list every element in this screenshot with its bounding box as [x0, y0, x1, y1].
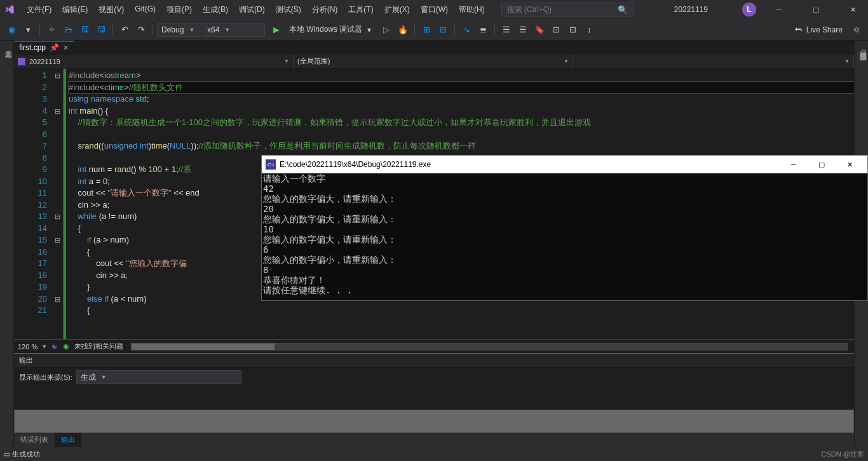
issues-icon[interactable]: ☯ [51, 342, 58, 351]
status-bar: ▭ 生成成功 CSDN @玟客 [0, 447, 868, 461]
console-minimize[interactable]: ─ [780, 156, 808, 173]
step-icon[interactable]: ↘ [459, 22, 474, 37]
menu-分析(N)[interactable]: 分析(N) [307, 1, 343, 18]
tool-icon-1[interactable]: ⊞ [419, 22, 434, 37]
misc-icon-2[interactable]: ⊡ [565, 22, 580, 37]
menu-调试(D)[interactable]: 调试(D) [234, 1, 270, 18]
output-scrollbar[interactable] [14, 410, 854, 434]
misc-icon-3[interactable]: ↕ [581, 22, 597, 37]
tab-error-list[interactable]: 错误列表 [14, 433, 55, 447]
play-no-debug-icon[interactable]: ▷ [379, 22, 394, 37]
bookmark-icon[interactable]: 🔖 [532, 22, 547, 37]
pin-icon[interactable]: 📌 [50, 43, 59, 52]
console-body[interactable]: 请输入一个数字 42 您输入的数字偏大，请重新输入： 20 您输入的数字偏大，请… [262, 173, 867, 300]
zoom-level[interactable]: 120 % [18, 343, 37, 351]
build-status-icon: ▭ [4, 450, 10, 458]
issues-status: 未找到相关问题 [74, 342, 123, 351]
tool-icon-2[interactable]: ⊟ [435, 22, 451, 37]
console-window: C:\ E:\code\20221119\x64\Debug\20221119.… [261, 155, 868, 301]
nav-fwd-icon[interactable]: ▾ [20, 22, 36, 37]
nav-scope-combo[interactable]: (全局范围)▼ [294, 55, 573, 68]
output-source-label: 显示输出来源(S): [19, 373, 72, 382]
fold-gutter[interactable]: ⊟ ⊟ ⊟ ⊟ ⊟ [52, 69, 64, 339]
console-title: E:\code\20221119\x64\Debug\20221119.exe [280, 160, 431, 169]
ok-icon: ◉ [63, 342, 69, 351]
config-combo[interactable]: Debug▼ [157, 23, 201, 37]
tab-label: first.cpp [19, 43, 46, 52]
close-button[interactable]: ✕ [839, 0, 867, 19]
menu-工具(T)[interactable]: 工具(T) [343, 1, 378, 18]
main-toolbar: ◉ ▾ ✧ 🗁 🖫 🖫 ↶ ↷ Debug▼ x64▼ ▶ 本地 Windows… [0, 19, 868, 41]
menu-测试(S)[interactable]: 测试(S) [271, 1, 306, 18]
console-titlebar[interactable]: C:\ E:\code\20221119\x64\Debug\20221119.… [262, 156, 867, 173]
line-number-gutter: 123456789101112131415161718192021 [14, 69, 52, 339]
search-icon: 🔍 [618, 5, 628, 15]
save-all-icon[interactable]: 🖫 [93, 22, 109, 37]
live-share-button[interactable]: ⮪Live Share [790, 23, 848, 37]
menu-窗口(W)[interactable]: 窗口(W) [416, 1, 453, 18]
close-tab-icon[interactable]: ✕ [63, 44, 69, 52]
bottom-tabs: 错误列表 输出 [14, 433, 854, 447]
comment-icon[interactable]: ☰ [499, 22, 514, 37]
minimize-button[interactable]: ─ [765, 0, 793, 19]
nav-back-icon[interactable]: ◉ [4, 22, 19, 37]
nav-bar: 20221119▼ (全局范围)▼ ▼ [14, 55, 854, 69]
save-icon[interactable]: 🖫 [77, 22, 92, 37]
editor-tabs: first.cpp 📌 ✕ [14, 41, 854, 55]
editor-status-strip: 120 % ▾ ☯ ◉ 未找到相关问题 [14, 339, 854, 353]
menu-帮助(H)[interactable]: 帮助(H) [454, 1, 490, 18]
h-scrollbar[interactable] [131, 343, 848, 351]
new-item-icon[interactable]: ✧ [44, 22, 59, 37]
output-panel: 输出 显示输出来源(S): 生成▼ 错误列表 输出 [14, 353, 854, 447]
tab-output[interactable]: 输出 [55, 433, 81, 447]
maximize-button[interactable]: ▢ [802, 0, 830, 19]
feedback-icon[interactable]: ☺ [849, 22, 864, 37]
toggle-icon-1[interactable]: ≣ [475, 22, 491, 37]
console-maximize[interactable]: ▢ [808, 156, 836, 173]
search-box[interactable]: 🔍 [501, 3, 634, 17]
output-source-combo[interactable]: 生成▼ [76, 370, 241, 384]
menu-编辑(E)[interactable]: 编辑(E) [57, 1, 93, 18]
nav-project-combo[interactable]: 20221119▼ [14, 55, 294, 68]
uncomment-icon[interactable]: ☰ [515, 22, 531, 37]
menu-生成(B)[interactable]: 生成(B) [198, 1, 233, 18]
output-body[interactable] [14, 387, 854, 410]
user-avatar[interactable]: L [742, 3, 756, 17]
play-icon[interactable]: ▶ [269, 22, 284, 37]
menu-Git(G)[interactable]: Git(G) [130, 1, 161, 18]
toolbox-rail[interactable]: 工具箱 [0, 41, 14, 447]
open-icon[interactable]: 🗁 [60, 22, 76, 37]
watermark: CSDN @玟客 [822, 450, 864, 459]
title-bar: 文件(F)编辑(E)视图(V)Git(G)项目(P)生成(B)调试(D)测试(S… [0, 0, 868, 19]
nav-member-combo[interactable]: ▼ [573, 55, 854, 68]
vs-logo-icon [4, 4, 15, 15]
misc-icon-1[interactable]: ⊡ [548, 22, 564, 37]
platform-combo[interactable]: x64▼ [203, 23, 265, 37]
search-input[interactable] [507, 5, 618, 14]
hot-reload-icon[interactable]: 🔥 [395, 22, 410, 37]
solution-name: 20221119 [674, 5, 708, 14]
debug-target[interactable]: 本地 Windows 调试器 ▾ [285, 23, 375, 37]
console-close[interactable]: ✕ [836, 156, 864, 173]
menu-文件(F)[interactable]: 文件(F) [22, 1, 57, 18]
menu-扩展(X)[interactable]: 扩展(X) [379, 1, 415, 18]
menu-项目(P)[interactable]: 项目(P) [161, 1, 197, 18]
project-icon [18, 58, 25, 65]
output-header[interactable]: 输出 [14, 354, 854, 368]
undo-icon[interactable]: ↶ [117, 22, 132, 37]
build-status-text: 生成成功 [12, 450, 40, 459]
file-tab-first-cpp[interactable]: first.cpp 📌 ✕ [14, 41, 74, 54]
main-menu: 文件(F)编辑(E)视图(V)Git(G)项目(P)生成(B)调试(D)测试(S… [22, 1, 490, 18]
menu-视图(V)[interactable]: 视图(V) [93, 1, 129, 18]
redo-icon[interactable]: ↷ [133, 22, 149, 37]
console-icon: C:\ [266, 159, 276, 170]
